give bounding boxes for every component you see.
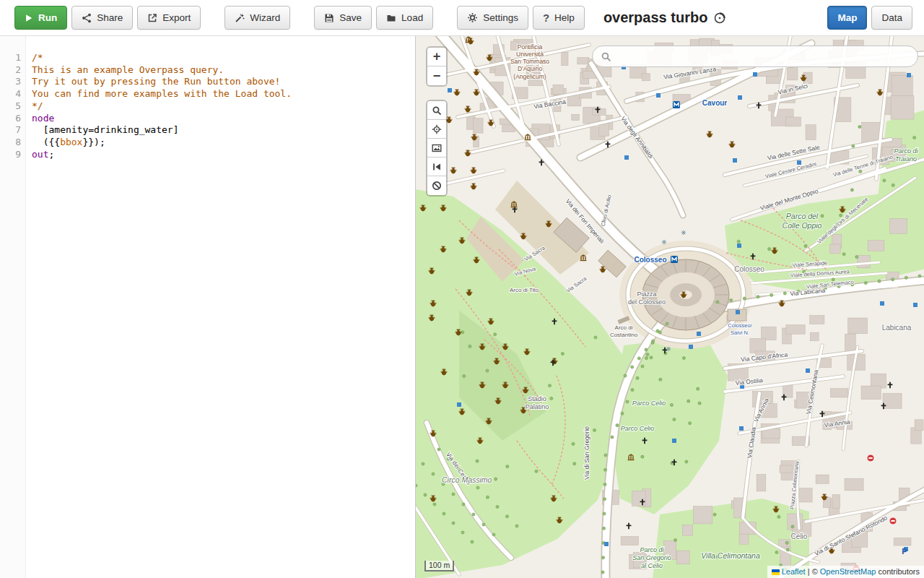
- map-label: Costantino: [610, 332, 638, 338]
- data-view-label: Data: [881, 12, 902, 23]
- map-label: Arco di: [615, 324, 633, 331]
- map-label: del Colosseo: [628, 298, 666, 306]
- query-code: /*This is an example Overpass query.Try …: [26, 36, 292, 578]
- map-label: Villa Celimontana: [701, 551, 760, 560]
- app-title-text: overpass turbo: [603, 9, 707, 26]
- ukraine-flag-icon: [772, 569, 780, 575]
- zoom-control: + −: [427, 48, 446, 85]
- settings-label: Settings: [483, 12, 518, 23]
- blue-square-marker: [739, 426, 744, 431]
- line-number: 5: [0, 100, 25, 113]
- line-number: 7: [0, 124, 25, 137]
- image-icon: [432, 143, 442, 153]
- line-number: 4: [0, 88, 25, 100]
- leaflet-link[interactable]: Leaflet: [782, 567, 806, 576]
- blue-square-marker: [689, 345, 693, 349]
- map-search-input[interactable]: [592, 46, 918, 67]
- save-icon: [324, 13, 334, 23]
- load-button[interactable]: Load: [376, 6, 433, 30]
- wizard-button[interactable]: Wizard: [225, 6, 290, 30]
- map-label: D'Aquino: [518, 65, 543, 72]
- map-view-button[interactable]: Map: [827, 6, 867, 30]
- scale-bar: 100 m: [424, 561, 454, 571]
- overpass-turbo-app: Run Share Export Wizard Save: [0, 0, 924, 578]
- map-search-button[interactable]: [427, 101, 446, 120]
- metro-marker: [673, 101, 680, 108]
- blue-square-marker: [733, 158, 737, 163]
- map-label: Cavour: [702, 99, 728, 107]
- line-number: 2: [0, 64, 25, 77]
- data-view-button[interactable]: Data: [871, 6, 912, 30]
- rewind-view-button[interactable]: [427, 158, 446, 176]
- skip-back-icon: [432, 162, 442, 172]
- load-label: Load: [401, 12, 423, 23]
- view-toggle-group: Map Data: [827, 6, 912, 30]
- map-label: Parco di: [894, 147, 918, 155]
- blue-square-marker: [656, 93, 661, 98]
- run-label: Run: [38, 12, 57, 23]
- map-label: Traiano: [895, 155, 917, 163]
- map-label: Palatino: [526, 403, 549, 410]
- blue-square-marker: [753, 72, 757, 77]
- blue-square-marker: [697, 332, 701, 336]
- line-number: 6: [0, 113, 25, 125]
- export-button[interactable]: Export: [137, 6, 201, 30]
- query-actions-group: Run Share Export: [14, 6, 201, 30]
- map-label: San Gregorio: [632, 554, 671, 561]
- map-label: Via di San Gregorio: [583, 426, 590, 480]
- app-title: overpass turbo: [603, 9, 726, 26]
- map-label: Parco Celio: [621, 425, 655, 432]
- ruin-marker: [666, 347, 671, 351]
- red-badge-marker: [867, 454, 874, 462]
- code-line: node: [32, 113, 292, 125]
- wizard-wand-icon: [235, 13, 245, 23]
- map[interactable]: P: [416, 36, 924, 578]
- help-button[interactable]: ? Help: [533, 6, 585, 30]
- export-image-button[interactable]: [427, 139, 446, 158]
- attribution-separator: | ©: [806, 567, 820, 576]
- play-icon: [25, 14, 33, 22]
- share-label: Share: [97, 12, 123, 23]
- blue-square-marker: [738, 95, 742, 100]
- query-editor[interactable]: 123456789 /*This is an example Overpass …: [0, 36, 416, 578]
- blue-square-marker: [624, 155, 629, 160]
- map-label: Celio: [791, 532, 808, 540]
- map-view-label: Map: [837, 12, 857, 23]
- red-badge-marker: [889, 517, 897, 525]
- export-icon: [147, 13, 157, 23]
- map-label: Colle Oppio: [783, 221, 822, 230]
- line-number: 8: [0, 137, 25, 149]
- map-label: San Tommaso: [510, 58, 549, 65]
- settings-button[interactable]: Settings: [457, 6, 528, 30]
- map-label: Colosseo: [634, 256, 666, 264]
- ruin-marker: [681, 230, 686, 235]
- map-label: Circo Massimo: [442, 475, 492, 484]
- blue-square-marker: [880, 301, 884, 306]
- locate-button[interactable]: [427, 120, 446, 139]
- zoom-in-button[interactable]: +: [427, 48, 446, 66]
- map-label: al Celio: [641, 562, 663, 569]
- map-label: Parco del: [786, 212, 819, 220]
- blue-square-marker: [806, 368, 810, 373]
- save-button[interactable]: Save: [314, 6, 372, 30]
- search-icon: [432, 105, 442, 116]
- gear-icon: [467, 12, 478, 23]
- wizard-label: Wizard: [250, 12, 280, 23]
- map-label: Colosseo/: [728, 322, 752, 329]
- blue-square-marker: [604, 542, 609, 546]
- map-label: Università: [516, 51, 544, 58]
- code-line: /*: [32, 52, 292, 64]
- map-label: Arco di Tito: [510, 287, 539, 293]
- help-icon: ?: [543, 12, 549, 24]
- map-label: Parco Celio: [632, 400, 666, 407]
- clear-map-button[interactable]: [427, 176, 446, 195]
- metro-marker: [671, 256, 678, 263]
- openstreetmap-link[interactable]: OpenStreetMap: [820, 567, 876, 576]
- map-canvas[interactable]: P: [416, 36, 924, 578]
- toolbar: Run Share Export Wizard Save: [0, 0, 924, 36]
- run-button[interactable]: Run: [14, 6, 67, 30]
- share-button[interactable]: Share: [71, 6, 133, 30]
- overpass-turbo-logo-icon: [713, 12, 726, 25]
- zoom-out-button[interactable]: −: [427, 66, 446, 85]
- map-tools-control: [427, 101, 446, 195]
